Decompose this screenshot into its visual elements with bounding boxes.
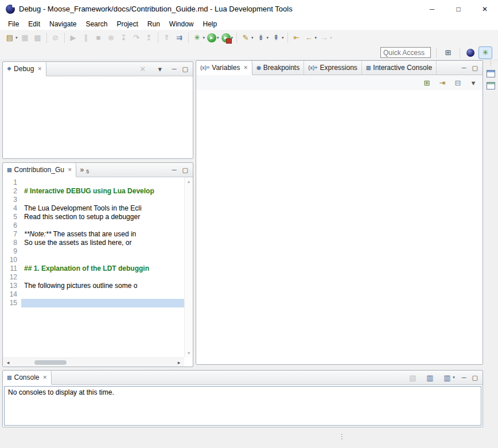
new-wizard-dropdown-icon[interactable]: ▾	[15, 36, 18, 40]
tab-interactive-console[interactable]: ▥Interactive Console	[362, 61, 437, 75]
minimize-view-button[interactable]: ─	[172, 65, 177, 72]
editor-line[interactable]: 7**Note:** The assets that are used in	[3, 230, 184, 239]
new-wizard-button[interactable]: ▤▾	[3, 32, 19, 44]
view-menu-button[interactable]: ▾	[154, 63, 166, 75]
debug-perspective-icon: ✳	[480, 48, 491, 58]
collapse-all-button[interactable]: ⊟	[452, 77, 464, 88]
scroll-down-icon[interactable]: ▾	[185, 350, 193, 356]
lua-perspective-button[interactable]	[465, 48, 476, 57]
editor-line[interactable]: 14	[3, 290, 184, 299]
menu-run[interactable]: Run	[143, 19, 165, 29]
minimize-view-button[interactable]: ─	[172, 166, 177, 173]
minimized-view-button-2[interactable]	[487, 82, 495, 89]
back-dropdown-icon[interactable]: ▾	[315, 36, 317, 40]
view-menu-button[interactable]: ▾	[467, 77, 480, 88]
editor-line[interactable]: 13The following pictures outline some o	[3, 282, 184, 290]
close-tab-icon[interactable]: ✕	[43, 375, 48, 380]
menu-search[interactable]: Search	[81, 19, 112, 29]
scroll-up-icon[interactable]: ▴	[185, 179, 193, 184]
run-button[interactable]: ▶▾	[206, 33, 220, 43]
maximize-view-button[interactable]: ▢	[182, 166, 188, 174]
line-number: 12	[3, 273, 21, 282]
forward-dropdown-icon[interactable]: ▾	[330, 36, 332, 40]
save-all-icon: ▩	[33, 33, 43, 43]
save-button: ▦	[19, 32, 32, 44]
console-view-body: No consoles to display at this time.	[3, 385, 483, 427]
close-tab-icon[interactable]: ✕	[37, 66, 42, 72]
open-console-dropdown-icon[interactable]: ▾	[453, 375, 455, 380]
window-maximize-button[interactable]: □	[445, 0, 472, 18]
previous-annotation-button[interactable]: ⇞▾	[270, 32, 285, 44]
editor-line[interactable]: 2# Interactive DEBUG using Lua Develop	[3, 187, 184, 196]
debug-button[interactable]: ✳▾	[191, 32, 207, 44]
close-tab-icon[interactable]: ✕	[68, 167, 72, 173]
scrollbar-thumb[interactable]	[34, 360, 67, 365]
quick-access-input[interactable]	[380, 47, 431, 58]
step-into-button: ↧	[118, 32, 130, 44]
menu-project[interactable]: Project	[112, 19, 142, 29]
maximize-view-button[interactable]: ▢	[182, 65, 188, 73]
window-minimize-button[interactable]: ─	[419, 0, 445, 18]
back-icon: ←	[304, 33, 314, 43]
editor-line[interactable]: 6	[3, 221, 184, 230]
editor-line[interactable]: 8So use the assets as listed here, or	[3, 239, 184, 247]
run-dropdown-icon[interactable]: ▾	[217, 36, 219, 40]
minimized-view-button-1[interactable]	[487, 70, 495, 77]
menu-navigate[interactable]: Navigate	[45, 19, 81, 29]
editor-text-area[interactable]: 12# Interactive DEBUG using Lua Develop3…	[3, 178, 184, 357]
editor-line[interactable]: 4The Lua Development Tools in the Ecli	[3, 204, 184, 213]
external-tools-button[interactable]: ▶▾	[220, 33, 235, 43]
minimize-view-button[interactable]: ─	[462, 374, 466, 381]
tab-contribution-guide[interactable]: ▤ Contribution_Gu ✕	[3, 163, 76, 177]
editor-line[interactable]: 1	[3, 178, 184, 187]
editor-line[interactable]: 3	[3, 196, 184, 204]
close-tab-icon[interactable]: ✕	[243, 65, 248, 71]
previous-annotation-dropdown-icon[interactable]: ▾	[282, 36, 284, 40]
line-text	[21, 256, 184, 264]
editor-line[interactable]: 10	[3, 256, 184, 264]
variables-tabrow: (x)=Variables✕◉Breakpoints(x)+Expression…	[196, 61, 483, 75]
scroll-left-icon[interactable]: ◂	[5, 360, 11, 365]
mark-occurrences-button[interactable]: ✎▾	[239, 32, 255, 44]
show-logical-structures-button[interactable]: ⇥	[436, 77, 449, 88]
trim-grip[interactable]: ⋮	[488, 61, 493, 65]
menu-file[interactable]: File	[3, 19, 24, 29]
editor-line[interactable]: 15	[3, 299, 184, 307]
next-annotation-button[interactable]: ⇟▾	[255, 32, 270, 44]
back-button[interactable]: ←▾	[303, 32, 318, 44]
tab-debug[interactable]: ❖ Debug ✕	[3, 62, 46, 76]
show-type-names-button[interactable]: ⊞	[421, 77, 433, 88]
minimize-view-button[interactable]: ─	[462, 64, 466, 71]
editor-vertical-scrollbar[interactable]: ▴ ▾	[184, 177, 193, 357]
mark-occurrences-dropdown-icon[interactable]: ▾	[251, 36, 254, 40]
next-annotation-dropdown-icon[interactable]: ▾	[267, 36, 269, 40]
editor-line[interactable]: 12	[3, 273, 184, 282]
console-text-widget[interactable]: No consoles to display at this time.	[4, 386, 481, 426]
tab-expressions[interactable]: (x)+Expressions	[304, 61, 362, 75]
maximize-view-button[interactable]: ▢	[472, 374, 478, 381]
open-console-button[interactable]: ▥▾	[441, 372, 456, 383]
debug-perspective-button[interactable]: ✳	[478, 46, 492, 59]
maximize-view-button[interactable]: ▢	[472, 64, 478, 72]
scroll-right-icon[interactable]: ▸	[176, 360, 182, 365]
open-perspective-button[interactable]: ⊞	[442, 47, 454, 59]
tab-variables[interactable]: (x)=Variables✕	[196, 61, 252, 75]
menu-edit[interactable]: Edit	[24, 19, 45, 29]
tab-console[interactable]: ▥ Console ✕	[3, 371, 52, 385]
sash-grip[interactable]: ⋮	[339, 433, 344, 441]
menu-help[interactable]: Help	[199, 19, 222, 29]
window-close-button[interactable]: ✕	[472, 0, 498, 18]
editor-line[interactable]: 5Read this section to setup a debugger	[3, 213, 184, 221]
use-step-filters-button[interactable]: ⇉	[173, 32, 186, 44]
debug-dropdown-icon[interactable]: ▾	[203, 36, 205, 40]
editor-line[interactable]: 11## 1. Explanation of the LDT debuggin	[3, 264, 184, 273]
menu-window[interactable]: Window	[165, 19, 199, 29]
editor-horizontal-scrollbar[interactable]: ◂ ▸	[3, 357, 184, 367]
editor-overflow-tab[interactable]: » 5	[76, 163, 92, 177]
clear-console-icon: ▧	[407, 372, 418, 383]
tab-breakpoints[interactable]: ◉Breakpoints	[252, 61, 304, 75]
last-edit-location-button[interactable]: ⇤	[290, 32, 303, 44]
open-perspective-icon: ⊞	[443, 48, 453, 58]
editor-line[interactable]: 9	[3, 247, 184, 256]
display-selected-console-button[interactable]: ▥	[423, 372, 436, 383]
